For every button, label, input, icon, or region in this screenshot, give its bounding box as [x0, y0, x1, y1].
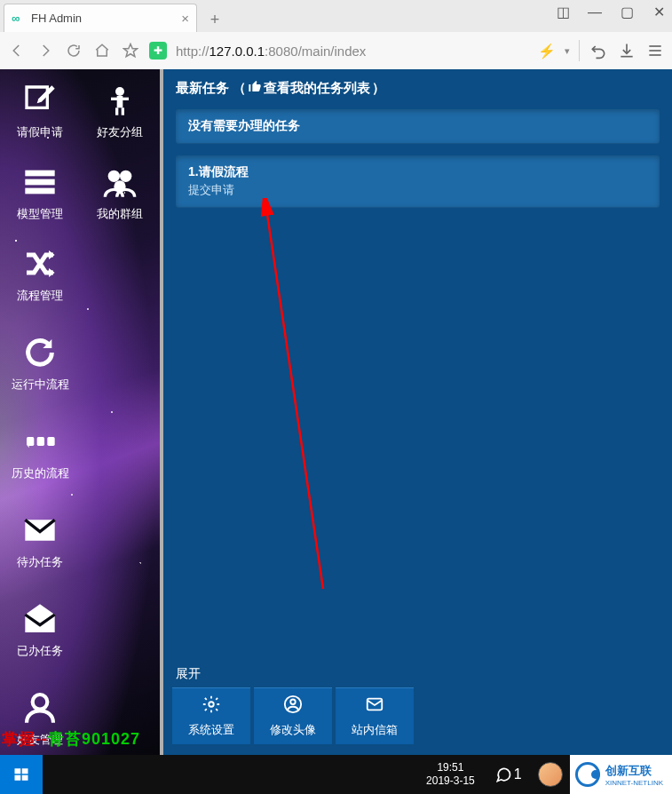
chat-count: 1 — [514, 766, 522, 782]
separator — [579, 40, 580, 61]
reload-button[interactable] — [64, 41, 83, 60]
content-area: 请假申请好友分组模型管理我的群组流程管理运行中流程历史的流程待办任务已办任务好友… — [0, 69, 672, 755]
group-icon — [101, 163, 138, 201]
start-button[interactable] — [0, 755, 43, 794]
inbox-icon — [365, 695, 384, 717]
sidebar-item-label: 历史的流程 — [12, 465, 69, 481]
url-path: /main/index — [298, 44, 367, 59]
sidebar-item-label: 待办任务 — [17, 554, 63, 570]
card-title: 1.请假流程 — [188, 164, 249, 179]
expand-toggle[interactable]: 展开 — [163, 666, 672, 687]
sidebar-item-label: 模型管理 — [17, 206, 63, 222]
sidebar-item-mail[interactable]: 待办任务 — [0, 504, 80, 586]
sidebar-item-list[interactable]: 模型管理 — [0, 156, 80, 238]
watermark-b: 青苔901027 — [48, 730, 140, 748]
heading-prefix: 最新任务 （ — [176, 80, 246, 97]
forward-button[interactable] — [36, 41, 55, 60]
bottom-button-gear[interactable]: 系统设置 — [172, 687, 250, 744]
svg-rect-7 — [115, 107, 118, 115]
tab-close-icon[interactable]: × — [181, 11, 189, 26]
sidebar-item-label: 好友分组 — [97, 124, 143, 140]
speed-dropdown-icon[interactable]: ▾ — [565, 45, 570, 57]
sidebar-item-shuffle[interactable]: 流程管理 — [0, 238, 80, 320]
svg-rect-25 — [22, 768, 28, 774]
undo-button[interactable] — [589, 41, 608, 60]
sidebar-item-label: 运行中流程 — [12, 377, 69, 393]
sidebar-item-person[interactable]: 好友分组 — [80, 75, 160, 156]
menu-button[interactable] — [645, 41, 665, 60]
task-card-empty[interactable]: 没有需要办理的任务 — [176, 109, 660, 143]
svg-point-4 — [115, 87, 124, 96]
heading-suffix: ） — [372, 80, 385, 97]
mail-open-icon — [21, 600, 59, 638]
sidebar-item-edit[interactable]: 请假申请 — [0, 75, 80, 156]
main-heading: 最新任务 （ 查看我的任务列表 ） — [163, 69, 672, 106]
main-panel: 最新任务 （ 查看我的任务列表 ） 没有需要办理的任务 1.请假流程 提交申请 … — [160, 69, 672, 755]
taskbar: 19:51 2019-3-15 1 创新互联 XINNET-NETLINK — [0, 755, 672, 794]
sidebar-item-mail-open[interactable]: 已办任务 — [0, 593, 80, 675]
browser-chrome: ∞ FH Admin × + ◫ — ▢ ✕ ✚ http://127.0.0.… — [0, 0, 672, 69]
url-host: 127.0.0.1 — [210, 44, 265, 59]
sidebar-item-refresh[interactable]: 运行中流程 — [0, 327, 80, 409]
sidebar-item-group[interactable]: 我的群组 — [80, 156, 160, 238]
window-close-icon[interactable]: ✕ — [651, 4, 667, 20]
address-bar: ✚ http://127.0.0.1:8080/main/index ⚡ ▾ — [0, 32, 672, 69]
shuffle-icon — [21, 245, 59, 282]
window-minimize-icon[interactable]: — — [587, 4, 603, 20]
bottom-button-inbox[interactable]: 站内信箱 — [336, 687, 414, 744]
download-button[interactable] — [617, 41, 636, 60]
brand-name: 创新互联 — [605, 763, 663, 779]
sidebar-item-label: 请假申请 — [17, 124, 63, 140]
clock[interactable]: 19:51 2019-3-15 — [415, 761, 486, 788]
bottom-button-row: 系统设置修改头像站内信箱 — [163, 687, 672, 755]
thumbs-up-icon — [248, 79, 262, 96]
heading-link[interactable]: 查看我的任务列表 — [264, 80, 370, 97]
sidebar-item-label: 已办任务 — [17, 643, 63, 659]
browser-tab[interactable]: ∞ FH Admin × — [4, 4, 197, 32]
security-shield-icon[interactable]: ✚ — [149, 42, 167, 60]
svg-point-20 — [209, 702, 214, 707]
svg-rect-17 — [47, 437, 54, 446]
url-display[interactable]: http://127.0.0.1:8080/main/index — [176, 44, 529, 59]
watermark-a: 掌握-- — [2, 730, 48, 748]
svg-rect-16 — [37, 437, 44, 446]
new-tab-button[interactable]: + — [202, 7, 227, 32]
bottom-button-avatar[interactable]: 修改头像 — [254, 687, 332, 744]
svg-rect-27 — [22, 775, 28, 781]
mail-icon — [21, 512, 59, 549]
favorite-button[interactable] — [121, 41, 140, 60]
tab-favicon-icon: ∞ — [12, 14, 26, 23]
task-card-1[interactable]: 1.请假流程 提交申请 — [176, 155, 660, 207]
svg-point-18 — [33, 695, 48, 710]
svg-rect-8 — [122, 107, 124, 115]
svg-rect-10 — [25, 179, 54, 186]
bottom-button-label: 系统设置 — [188, 722, 234, 738]
watermark: 掌握--青苔901027 — [2, 728, 140, 750]
back-button[interactable] — [7, 41, 27, 60]
sidebar: 请假申请好友分组模型管理我的群组流程管理运行中流程历史的流程待办任务已办任务好友… — [0, 69, 160, 755]
user-avatar[interactable] — [538, 762, 563, 787]
bottom-button-label: 修改头像 — [270, 722, 316, 738]
speed-icon[interactable]: ⚡ — [538, 43, 556, 60]
home-button[interactable] — [92, 41, 112, 60]
chat-notification[interactable]: 1 — [486, 766, 531, 783]
card-empty-text: 没有需要办理的任务 — [188, 118, 300, 132]
svg-rect-9 — [25, 171, 54, 177]
url-port: :8080 — [265, 44, 298, 59]
svg-line-19 — [265, 202, 323, 589]
svg-point-12 — [108, 171, 120, 182]
sidebar-item-dots[interactable]: 历史的流程 — [0, 416, 80, 497]
svg-rect-6 — [111, 98, 129, 100]
svg-point-22 — [290, 700, 296, 705]
window-maximize-icon[interactable]: ▢ — [619, 4, 635, 20]
clock-date: 2019-3-15 — [426, 774, 475, 788]
sidebar-item-label: 我的群组 — [97, 206, 143, 222]
svg-rect-26 — [15, 775, 21, 781]
brand-badge[interactable]: 创新互联 XINNET-NETLINK — [570, 755, 672, 794]
brand-logo-icon — [575, 762, 600, 787]
user-icon — [21, 689, 59, 727]
window-skin-icon[interactable]: ◫ — [555, 4, 571, 20]
window-controls: ◫ — ▢ ✕ — [555, 4, 667, 20]
avatar-icon — [283, 695, 303, 717]
tab-title: FH Admin — [31, 12, 82, 25]
